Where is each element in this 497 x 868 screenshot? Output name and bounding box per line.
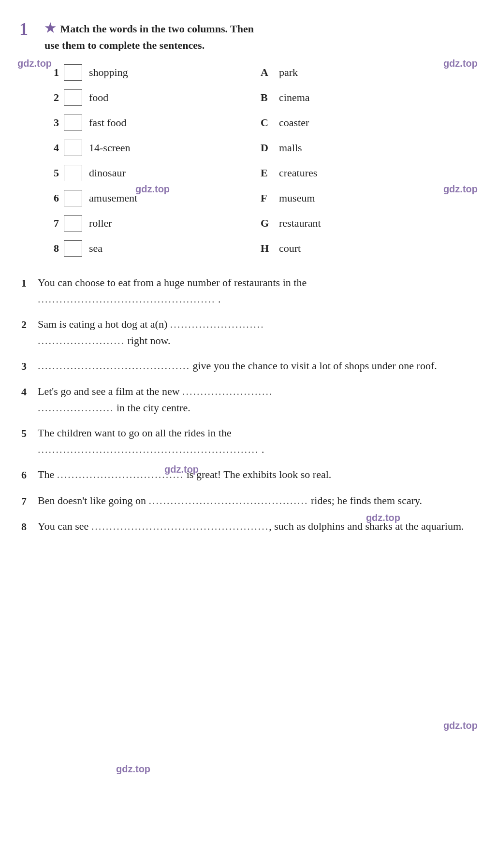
watermark-8: gdz.top (116, 764, 150, 775)
sentence-2: 2 Sam is eating a hot dog at a(n) ......… (21, 316, 473, 349)
right-row-G: G restaurant (261, 213, 473, 234)
row-num-3: 3 (48, 116, 59, 129)
col-letter-D: D (261, 142, 274, 154)
answer-box-2[interactable] (64, 89, 82, 106)
col-letter-F: F (261, 192, 274, 204)
blank-1: ........................................… (38, 293, 216, 305)
watermark-7: gdz.top (443, 720, 478, 731)
answer-box-3[interactable] (64, 115, 82, 131)
col-word-C: coaster (279, 116, 309, 129)
col-letter-E: E (261, 167, 274, 179)
sent-text-7: Ben doesn't like going on ..............… (38, 492, 473, 509)
sent-text-2: Sam is eating a hot dog at a(n) ........… (38, 316, 473, 349)
instructions: ★ Match the words in the two columns. Th… (44, 19, 254, 53)
sentence-5: 5 The children want to go on all the rid… (21, 425, 473, 458)
sentence-8: 8 You can see ..........................… (21, 518, 473, 535)
right-row-C: C coaster (261, 112, 473, 133)
sent-text-3: ........................................… (38, 358, 473, 374)
blank-4b: ..................... (38, 402, 114, 414)
watermark-1: gdz.top (17, 58, 52, 69)
match-row-2: 2 food (48, 87, 261, 108)
col-letter-H: H (261, 242, 274, 255)
right-row-B: B cinema (261, 87, 473, 108)
row-word-4: 14-screen (89, 142, 131, 154)
right-row-D: D malls (261, 137, 473, 159)
sent-num-3: 3 (21, 358, 32, 375)
right-row-H: H court (261, 238, 473, 259)
right-row-E: E creatures (261, 162, 473, 184)
answer-box-5[interactable] (64, 165, 82, 181)
right-row-A: A park (261, 62, 473, 83)
col-word-B: cinema (279, 91, 310, 104)
row-num-7: 7 (48, 217, 59, 230)
answer-box-8[interactable] (64, 240, 82, 257)
sent-num-2: 2 (21, 317, 32, 333)
watermark-5: gdz.top (164, 464, 199, 475)
col-letter-G: G (261, 217, 274, 230)
match-row-3: 3 fast food (48, 112, 261, 133)
exercise-header: 1 ★ Match the words in the two columns. … (19, 19, 473, 53)
match-row-4: 4 14-screen (48, 137, 261, 159)
watermark-2: gdz.top (443, 58, 478, 69)
row-word-8: sea (89, 242, 102, 255)
sentence-7: 7 Ben doesn't like going on ............… (21, 492, 473, 509)
match-row-7: 7 roller (48, 213, 261, 234)
sent-num-8: 8 (21, 519, 32, 535)
answer-box-7[interactable] (64, 215, 82, 231)
col-word-G: restaurant (279, 217, 321, 230)
watermark-3: gdz.top (135, 184, 170, 195)
sent-num-1: 1 (21, 275, 32, 291)
blank-5: ........................................… (38, 443, 259, 455)
sent-text-5: The children want to go on all the rides… (38, 425, 473, 458)
exercise-number: 1 (19, 20, 37, 38)
watermark-4: gdz.top (443, 184, 478, 195)
sent-text-4: Let's go and see a film at the new .....… (38, 383, 473, 416)
answer-box-1[interactable] (64, 64, 82, 81)
sentence-1: 1 You can choose to eat from a huge numb… (21, 275, 473, 307)
col-word-E: creatures (279, 167, 317, 179)
row-num-4: 4 (48, 142, 59, 154)
right-column: A park B cinema C coaster D malls E crea… (261, 62, 473, 259)
sent-num-4: 4 (21, 384, 32, 400)
row-num-6: 6 (48, 192, 59, 204)
left-column: 1 shopping 2 food 3 fast food 4 14-scree… (48, 62, 261, 259)
row-num-2: 2 (48, 91, 59, 104)
star-icon: ★ (44, 21, 56, 35)
sentence-3: 3 ......................................… (21, 358, 473, 375)
match-row-1: 1 shopping (48, 62, 261, 83)
row-word-5: dinosaur (89, 167, 126, 179)
blank-2b: ........................ (38, 334, 125, 347)
match-table: 1 shopping 2 food 3 fast food 4 14-scree… (19, 62, 473, 259)
row-word-3: fast food (89, 116, 127, 129)
col-word-D: malls (279, 142, 302, 154)
sent-text-8: You can see ............................… (38, 518, 473, 535)
col-word-A: park (279, 66, 298, 79)
blank-4a: ......................... (182, 385, 273, 397)
sent-text-6: The ................................... … (38, 466, 473, 483)
row-word-1: shopping (89, 66, 128, 79)
right-row-F: F museum (261, 188, 473, 209)
col-word-F: museum (279, 192, 315, 204)
blank-3: ........................................… (38, 360, 190, 372)
instructions-line1: Match the words in the two columns. Then (60, 23, 254, 35)
row-num-5: 5 (48, 167, 59, 179)
answer-box-6[interactable] (64, 190, 82, 206)
instructions-line2: use them to complete the sentences. (44, 39, 205, 51)
sent-text-1: You can choose to eat from a huge number… (38, 275, 473, 307)
blank-2a: .......................... (170, 318, 264, 330)
sent-num-6: 6 (21, 467, 32, 483)
blank-8: ........................................… (91, 520, 269, 532)
sentence-4: 4 Let's go and see a film at the new ...… (21, 383, 473, 416)
watermark-6: gdz.top (366, 512, 400, 523)
col-letter-C: C (261, 116, 274, 129)
sentences-section: 1 You can choose to eat from a huge numb… (19, 275, 473, 535)
blank-7: ........................................… (148, 494, 308, 506)
answer-box-4[interactable] (64, 140, 82, 156)
sentence-6: 6 The ..................................… (21, 466, 473, 483)
match-row-5: 5 dinosaur (48, 162, 261, 184)
match-row-8: 8 sea (48, 238, 261, 259)
col-word-H: court (279, 242, 301, 255)
col-letter-A: A (261, 66, 274, 79)
sent-num-7: 7 (21, 493, 32, 509)
row-num-8: 8 (48, 242, 59, 255)
